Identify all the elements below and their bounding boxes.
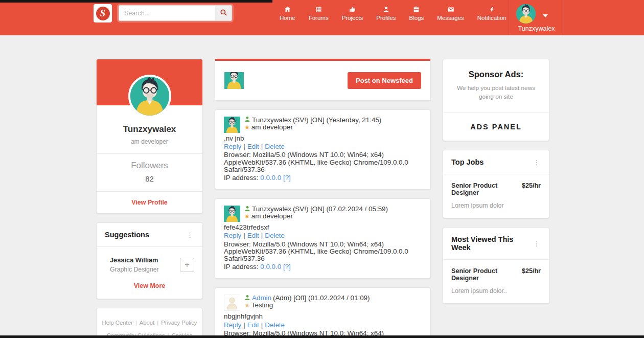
followers-label: Followers <box>97 161 202 171</box>
ip-help-link[interactable]: [?] <box>283 174 291 182</box>
search-input[interactable] <box>119 6 215 20</box>
nav-item-notification[interactable]: Notification <box>477 6 507 21</box>
nav-label: Forums <box>309 15 329 21</box>
nav-item-projects[interactable]: Projects <box>342 6 363 21</box>
job-item[interactable]: Senior Product Designer $25/hr Lorem ips… <box>443 174 549 218</box>
rank-star-icon: ★ <box>244 213 250 219</box>
post-body: ,nv jnb <box>224 135 422 142</box>
sponsor-ads-card: Sponsor Ads: We help you post latest new… <box>443 59 549 141</box>
most-viewed-title: Most Viewed This Week <box>451 235 532 252</box>
footer-links-card: Help Center|About|Privacy Policy Communi… <box>96 308 203 338</box>
nav-item-home[interactable]: Home <box>280 6 295 21</box>
job-rate: $25/hr <box>522 182 541 196</box>
top-jobs-card: Top Jobs ⋮ Senior Product Designer $25/h… <box>443 150 549 218</box>
profile-avatar <box>128 75 171 118</box>
profile-name: Tunzxywalex <box>97 124 202 134</box>
envelope-icon <box>447 6 454 13</box>
reply-link[interactable]: Reply <box>224 321 241 329</box>
delete-link[interactable]: Delete <box>265 321 285 329</box>
footer-row-1: Help Center|About|Privacy Policy <box>101 317 198 329</box>
post-meta: (SV!) [ON] (Yesterday, 21:45) <box>293 117 381 124</box>
view-profile-link[interactable]: View Profile <box>97 191 202 213</box>
job-item[interactable]: Senior Product Designer $25/hr Lorem ips… <box>443 260 549 303</box>
job-role: Senior Product Designer <box>451 182 522 196</box>
post-browser-info: Browser: Mozilla/5.0 (Windows NT 10.0; W… <box>224 151 422 173</box>
edit-link[interactable]: Edit <box>247 232 259 239</box>
bolt-icon <box>489 6 495 13</box>
forums-icon <box>315 6 322 13</box>
sponsor-ads-subtitle: We help you post latest news going on si… <box>450 84 542 101</box>
header: S Home Forums <box>0 0 644 35</box>
kebab-menu-icon[interactable]: ⋮ <box>532 159 541 166</box>
profile-tagline: am developer <box>97 138 202 153</box>
kebab-menu-icon[interactable]: ⋮ <box>186 231 194 239</box>
suggestion-name: Jessica William <box>110 256 159 264</box>
sponsor-ads-title: Sponsor Ads: <box>450 70 542 79</box>
composer-avatar <box>224 72 244 89</box>
suggestions-card: Suggestions ⋮ Jessica William Graphic De… <box>96 222 203 299</box>
post-meta: (SV!) [ON] (07.02.2024 / 05:59) <box>293 206 388 213</box>
feed-post: Tunzxywalex (SV!) [ON] (07.02.2024 / 05:… <box>215 198 431 279</box>
ip-help-link[interactable]: [?] <box>283 263 291 271</box>
search-button[interactable] <box>215 6 232 20</box>
user-menu[interactable]: Tunzxywalex <box>509 0 564 35</box>
nav-item-blogs[interactable]: Blogs <box>409 6 424 21</box>
delete-link[interactable]: Delete <box>265 143 285 150</box>
nav-item-forums[interactable]: Forums <box>309 6 329 21</box>
screen-top-strip <box>0 0 272 3</box>
post-body: nbgjnhfgvjnh <box>224 313 422 320</box>
ip-address-link[interactable]: 0.0.0.0 <box>260 263 281 271</box>
logo-s-icon: S <box>96 7 110 20</box>
post-body: fefe423trfedsxf <box>224 224 422 231</box>
post-author-name[interactable]: Tunzxywalex <box>252 117 291 124</box>
job-description: Lorem ipsum dolor.. <box>451 287 541 295</box>
top-jobs-title: Top Jobs <box>451 158 484 166</box>
post-author-title: Testing <box>251 302 273 309</box>
nav-item-messages[interactable]: Messages <box>437 6 464 21</box>
rank-star-icon: ★ <box>244 124 250 130</box>
edit-link[interactable]: Edit <box>247 143 259 150</box>
ads-panel-label: ADS PANEL <box>443 112 549 141</box>
footer-link-privacy-policy[interactable]: Privacy Policy <box>161 320 197 326</box>
footer-link-about[interactable]: About <box>140 320 155 326</box>
online-user-icon <box>244 295 250 302</box>
user-name: Tunzxywalex <box>509 25 564 32</box>
ip-label: IP address: <box>224 263 259 271</box>
main-nav: Home Forums Projects Profiles Blogs <box>273 6 513 21</box>
post-author-title: am developer <box>251 124 293 131</box>
followers-count: 82 <box>97 174 202 183</box>
post-browser-info: Browser: Mozilla/5.0 (Windows NT 10.0; W… <box>224 241 422 263</box>
view-more-link[interactable]: View More <box>97 275 202 299</box>
add-friend-button[interactable]: + <box>180 258 194 272</box>
nav-label: Projects <box>342 15 363 21</box>
thumbs-up-icon <box>349 6 356 13</box>
screen-bottom-strip <box>0 335 644 338</box>
post-author-avatar[interactable] <box>224 117 240 133</box>
person-icon <box>383 6 389 13</box>
suggestion-role: Graphic Designer <box>110 266 159 273</box>
post-author-avatar[interactable] <box>224 206 240 222</box>
nav-item-profiles[interactable]: Profiles <box>376 6 396 21</box>
reply-link[interactable]: Reply <box>224 143 241 150</box>
suggestions-title: Suggestions <box>105 231 149 239</box>
delete-link[interactable]: Delete <box>265 232 285 239</box>
job-description: Lorem ipsum dolor <box>451 202 541 209</box>
suggestion-item: Jessica William Graphic Designer + <box>97 247 202 275</box>
newsfeed-composer: Post on Newsfeed <box>215 59 431 101</box>
app-logo[interactable]: S <box>94 4 112 22</box>
kebab-menu-icon[interactable]: ⋮ <box>532 240 541 247</box>
search-bar <box>119 5 232 21</box>
reply-link[interactable]: Reply <box>224 232 241 239</box>
post-author-avatar[interactable] <box>224 295 240 311</box>
chevron-down-icon <box>543 14 548 17</box>
search-icon <box>220 9 227 18</box>
online-user-icon <box>244 206 250 213</box>
footer-link-help-center[interactable]: Help Center <box>102 320 133 326</box>
feed-post: Admin (Adm) [Off] (01.02.2024 / 01:09) ★… <box>215 287 431 338</box>
profile-card: Tunzxywalex am developer Followers 82 Vi… <box>96 59 203 214</box>
nav-label: Home <box>280 15 295 21</box>
post-on-newsfeed-button[interactable]: Post on Newsfeed <box>348 72 421 89</box>
ip-address-link[interactable]: 0.0.0.0 <box>260 174 281 182</box>
home-icon <box>284 6 291 13</box>
edit-link[interactable]: Edit <box>247 321 259 329</box>
